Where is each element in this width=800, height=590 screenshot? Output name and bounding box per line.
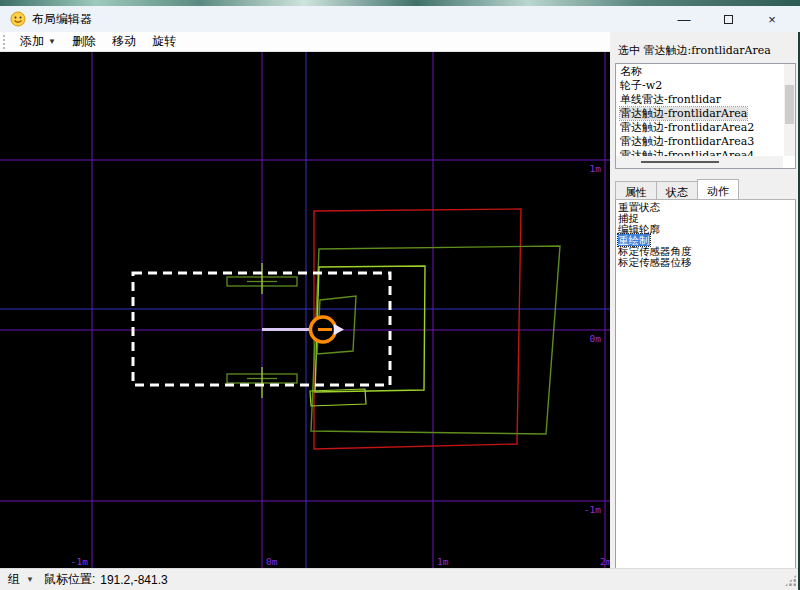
menu-item-rotate[interactable]: 旋转 xyxy=(144,31,184,52)
object-list-item[interactable]: 轮子-w2 xyxy=(616,79,783,93)
object-list-horizontal-scrollbar[interactable] xyxy=(616,156,783,168)
grid-label: 1m xyxy=(437,556,449,567)
minimize-button[interactable]: — xyxy=(662,7,706,31)
status-bar: 组 ▼ 鼠标位置: 191.2,-841.3 xyxy=(0,568,800,590)
object-list-item[interactable]: 单线雷达-frontlidar xyxy=(616,93,783,107)
layout-canvas[interactable]: 1m0m-1m-1m0m1m2m xyxy=(0,52,610,568)
grid-label: -1m xyxy=(584,504,601,515)
maximize-button[interactable] xyxy=(706,7,750,31)
tab-properties[interactable]: 属性 xyxy=(615,181,657,199)
close-button[interactable]: × xyxy=(750,7,794,31)
group-dropdown[interactable]: 组 xyxy=(8,571,20,588)
grid-label: 0m xyxy=(590,333,602,344)
object-list-item[interactable]: 雷达触边-frontlidarArea3 xyxy=(616,135,783,149)
object-list-item[interactable]: 雷达触边-frontlidarArea xyxy=(616,107,783,121)
window-title: 布局编辑器 xyxy=(32,11,92,28)
menu-item-add[interactable]: 添加▼ xyxy=(12,31,64,52)
mouse-position-label: 鼠标位置: xyxy=(44,571,95,588)
chevron-down-icon: ▼ xyxy=(48,37,56,46)
toolbar-grip-handle[interactable] xyxy=(3,35,8,49)
object-list: 名称轮子-w2单线雷达-frontlidar雷达触边-frontlidarAre… xyxy=(615,63,796,169)
horizontal-scrollbar-thumb[interactable] xyxy=(641,161,719,163)
grid-label: 1m xyxy=(590,163,602,174)
action-list-item[interactable]: 重置状态 xyxy=(616,202,795,213)
tab-status[interactable]: 状态 xyxy=(656,181,698,199)
close-icon: × xyxy=(768,12,776,27)
grid-label: 0m xyxy=(266,556,278,567)
vertical-scrollbar-thumb[interactable] xyxy=(785,85,794,124)
menu-item-delete[interactable]: 删除 xyxy=(64,31,104,52)
maximize-icon xyxy=(724,15,733,24)
tab-actions[interactable]: 动作 xyxy=(697,179,739,199)
app-icon xyxy=(10,11,26,27)
object-list-vertical-scrollbar[interactable] xyxy=(784,64,795,156)
selected-object-header: 选中 雷达触边:frontlidarArea xyxy=(618,43,800,58)
right-panel: 选中 雷达触边:frontlidarArea 名称轮子-w2单线雷达-front… xyxy=(610,32,800,568)
object-list-item[interactable]: 雷达触边-frontlidarArea2 xyxy=(616,121,783,135)
mouse-position-value: 191.2,-841.3 xyxy=(100,573,167,587)
chevron-down-icon[interactable]: ▼ xyxy=(26,575,34,584)
action-list: 重置状态捕捉编辑轮廓重绘制标定传感器角度标定传感器位移 xyxy=(615,199,796,575)
object-list-item[interactable]: 雷达触边-frontlidarArea4 xyxy=(616,149,783,156)
grid-label: 2m xyxy=(600,556,610,567)
title-bar: 布局编辑器 — × xyxy=(0,6,800,32)
resize-grip[interactable] xyxy=(784,574,797,587)
minimize-icon: — xyxy=(678,12,691,27)
toolbar: 添加▼删除移动旋转 xyxy=(0,32,610,52)
layout-scene: 1m0m-1m-1m0m1m2m xyxy=(0,52,610,568)
object-list-item[interactable]: 名称 xyxy=(616,65,783,79)
action-list-item[interactable]: 标定传感器位移 xyxy=(616,257,795,268)
grid-label: -1m xyxy=(71,556,88,567)
app-window: 布局编辑器 — × 添加▼删除移动旋转 1m0m-1m-1m0m1m2m 选中 … xyxy=(0,0,800,590)
menu-item-move[interactable]: 移动 xyxy=(104,31,144,52)
